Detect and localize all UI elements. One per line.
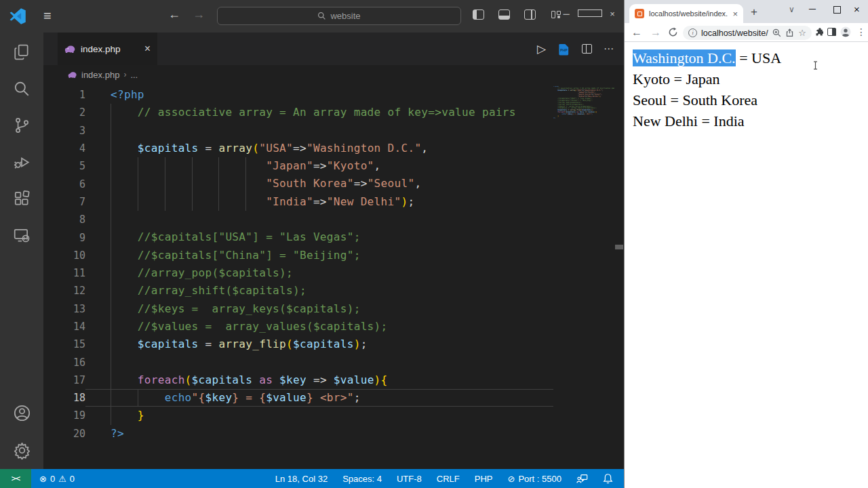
code-text: [85, 353, 553, 371]
browser-menu-kebab-icon[interactable]: ⋮: [856, 26, 866, 37]
line-number: 11: [43, 267, 85, 279]
code-line[interactable]: 11 //array_pop($capitals);: [43, 264, 553, 282]
breadcrumb-file[interactable]: index.php: [81, 70, 119, 80]
line-number: 20: [43, 428, 85, 440]
code-line[interactable]: 3: [43, 122, 553, 140]
browser-back-icon[interactable]: ←: [631, 26, 642, 39]
split-editor-icon[interactable]: [582, 44, 592, 54]
statusbar-item[interactable]: PHP: [475, 474, 493, 484]
menu-hamburger-icon[interactable]: ≡: [43, 7, 52, 24]
code-line[interactable]: 15 $capitals = array_flip($capitals);: [43, 336, 553, 353]
run-debug-icon[interactable]: [13, 153, 31, 171]
vscode-window: ≡ ← → website ─ ×: [0, 0, 624, 488]
php-server-icon[interactable]: PHP: [557, 43, 570, 56]
remote-indicator[interactable]: ><: [0, 469, 31, 488]
address-bar[interactable]: i localhost/website/index... ☆: [683, 26, 812, 40]
line-number: 17: [43, 374, 85, 386]
line-number: 19: [43, 409, 85, 422]
browser-reload-icon[interactable]: [668, 27, 678, 37]
code-line[interactable]: 17 foreach($capitals as $key => $value){: [43, 371, 553, 389]
search-icon[interactable]: [13, 80, 31, 98]
more-actions-icon[interactable]: ⋯: [604, 43, 614, 55]
line-number: 9: [43, 232, 85, 244]
new-tab-button[interactable]: +: [751, 5, 757, 19]
breadcrumb-more[interactable]: ...: [130, 70, 138, 80]
browser-tab-title: localhost/website/index.php: [649, 9, 728, 18]
browser-tab[interactable]: localhost/website/index.php ×: [629, 4, 743, 23]
port-icon: ⊘: [507, 474, 515, 484]
code-text: [85, 211, 553, 228]
tab-close-icon[interactable]: ×: [144, 43, 151, 55]
remote-icon: ><: [12, 474, 20, 483]
profile-avatar-icon[interactable]: [840, 26, 851, 37]
side-panel-icon[interactable]: [827, 28, 836, 36]
code-line[interactable]: 13 //$keys = array_keys($capitals);: [43, 300, 553, 318]
code-line[interactable]: 16: [43, 353, 553, 371]
code-line[interactable]: 6 "South Korea"=>"Seoul",: [43, 175, 553, 192]
window-minimize-button[interactable]: ─: [555, 9, 578, 19]
code-line[interactable]: 9 //$capitals["USA"] = "Las Vegas";: [43, 228, 553, 246]
remote-explorer-icon[interactable]: [13, 226, 31, 244]
toggle-secondary-sidebar-icon[interactable]: [524, 9, 536, 20]
window-close-button[interactable]: ×: [601, 9, 624, 19]
zoom-icon[interactable]: [772, 28, 781, 37]
statusbar-item[interactable]: ⊘Port : 5500: [507, 474, 561, 484]
browser-minimize-button[interactable]: ─: [809, 3, 816, 14]
notifications-bell-icon[interactable]: [603, 473, 613, 484]
settings-gear-icon[interactable]: [13, 441, 31, 460]
run-code-icon[interactable]: ▷: [537, 42, 546, 56]
code-line[interactable]: 1<?php: [43, 86, 553, 104]
site-info-icon[interactable]: i: [688, 28, 697, 37]
line-number: 4: [43, 142, 85, 155]
tab-index-php[interactable]: index.php ×: [58, 33, 157, 65]
breadcrumb[interactable]: index.php › ...: [43, 65, 624, 84]
code-line[interactable]: 4 $capitals = array("USA"=>"Washington D…: [43, 140, 553, 157]
code-line[interactable]: 14 //$values = array_values($capitals);: [43, 318, 553, 336]
statusbar-item[interactable]: Spaces: 4: [342, 474, 382, 484]
extensions-icon[interactable]: [13, 190, 31, 207]
url-text[interactable]: localhost/website/index...: [701, 28, 768, 38]
browser-maximize-button[interactable]: [833, 6, 841, 14]
toggle-primary-sidebar-icon[interactable]: [473, 9, 484, 20]
tab-close-icon[interactable]: ×: [732, 9, 738, 19]
search-icon: [317, 12, 326, 20]
line-number: 15: [43, 338, 85, 350]
browser-toolbar: ← → i localhost/website/index... ☆ ⋮: [625, 23, 868, 42]
toggle-panel-icon[interactable]: [498, 9, 510, 20]
share-icon[interactable]: [785, 28, 794, 37]
chevron-right-icon: ›: [123, 70, 126, 79]
browser-close-button[interactable]: ×: [854, 3, 860, 15]
code-line[interactable]: 7 "India"=>"New Delhi");: [43, 193, 553, 211]
status-right-items: Ln 18, Col 32Spaces: 4UTF-8CRLFPHP⊘Port …: [275, 473, 624, 484]
extensions-puzzle-icon[interactable]: [814, 28, 823, 37]
code-line[interactable]: 10 //$capitals["China"] = "Beijing";: [43, 247, 553, 264]
code-line[interactable]: 19 }: [43, 407, 553, 424]
code-line[interactable]: 12 //array_shift($capitals);: [43, 282, 553, 300]
code-text: // associative array = An array made of …: [85, 104, 553, 121]
command-center-search[interactable]: website: [217, 7, 461, 25]
minimap[interactable]: <?php // associative array = An array ma…: [553, 86, 614, 120]
chevron-down-icon[interactable]: ∨: [789, 5, 795, 14]
code-editor[interactable]: 1<?php2 // associative array = An array …: [43, 84, 624, 469]
bookmark-star-icon[interactable]: ☆: [798, 28, 806, 38]
history-back-icon[interactable]: ←: [168, 7, 180, 22]
code-line[interactable]: 20?>: [43, 425, 553, 443]
code-line[interactable]: 2 // associative array = An array made o…: [43, 104, 553, 121]
statusbar-item[interactable]: Ln 18, Col 32: [275, 474, 328, 484]
code-text: <?php: [85, 86, 553, 104]
code-line[interactable]: 5 "Japan"=>"Kyoto",: [43, 157, 553, 175]
code-line[interactable]: 8: [43, 211, 553, 228]
accounts-icon[interactable]: [13, 404, 31, 422]
window-maximize-button[interactable]: [578, 9, 601, 19]
php-elephant-icon: [64, 45, 76, 54]
code-line[interactable]: 18 echo"{$key} = {$value} <br>";: [43, 389, 553, 407]
feedback-icon[interactable]: [576, 474, 588, 484]
problems-indicator[interactable]: ⊗ 0 ⚠ 0: [39, 474, 75, 484]
line-number: 14: [43, 321, 85, 333]
vscode-titlebar: ≡ ← → website ─ ×: [0, 0, 624, 33]
statusbar-item[interactable]: UTF-8: [397, 474, 422, 484]
statusbar-item[interactable]: CRLF: [437, 474, 460, 484]
explorer-icon[interactable]: [13, 43, 31, 61]
line-number: 6: [43, 178, 85, 190]
source-control-icon[interactable]: [13, 117, 31, 134]
